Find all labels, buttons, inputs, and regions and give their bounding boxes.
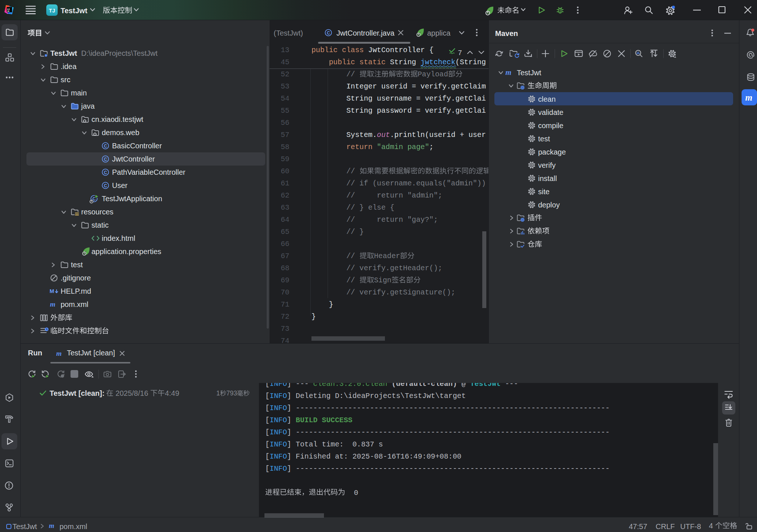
svg-text:m: m: [56, 350, 62, 357]
svg-text:C: C: [104, 170, 107, 175]
svg-text:C: C: [327, 30, 330, 36]
svg-text:TJ: TJ: [49, 8, 55, 14]
svg-text:M: M: [50, 288, 54, 294]
svg-text:m: m: [49, 522, 54, 529]
svg-text:m: m: [50, 300, 55, 308]
svg-text:m: m: [745, 93, 752, 102]
svg-text:m: m: [505, 68, 511, 77]
svg-text:C: C: [104, 144, 107, 149]
svg-text:IJ: IJ: [7, 8, 10, 11]
svg-text:C: C: [104, 183, 107, 188]
svg-text:C: C: [104, 157, 107, 162]
